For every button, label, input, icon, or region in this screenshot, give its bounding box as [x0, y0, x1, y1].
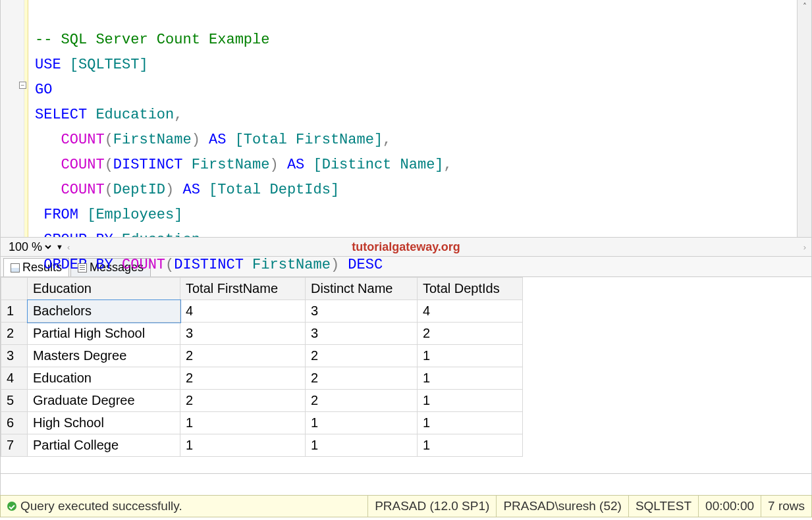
table-row[interactable]: 1 Bachelors 4 3 4: [1, 300, 523, 323]
status-message-cell: Query executed successfully.: [1, 496, 368, 517]
cell[interactable]: 4: [180, 300, 306, 323]
kw-go: GO: [35, 82, 52, 98]
cell-education[interactable]: Bachelors: [28, 300, 180, 323]
cell[interactable]: 2: [306, 390, 418, 412]
cell[interactable]: 3: [180, 323, 306, 345]
row-number: 4: [1, 367, 28, 390]
cell[interactable]: High School: [28, 412, 180, 434]
from-arg: [Employees]: [78, 207, 182, 223]
cell[interactable]: 4: [418, 300, 523, 323]
cell[interactable]: 1: [418, 367, 523, 390]
cell[interactable]: 2: [418, 323, 523, 345]
collapse-icon[interactable]: −: [19, 82, 26, 89]
comma: ,: [174, 107, 182, 123]
cell[interactable]: 1: [180, 412, 306, 434]
kw-by2: BY: [95, 257, 113, 273]
row-number: 2: [1, 323, 28, 345]
cell[interactable]: Education: [28, 367, 180, 390]
fn-count-ord: COUNT: [122, 257, 165, 273]
cell[interactable]: 1: [418, 412, 523, 434]
kw-as: AS: [287, 157, 304, 173]
table-row[interactable]: 4 Education 2 2 1: [1, 367, 523, 390]
status-message: Query executed successfully.: [20, 499, 182, 513]
cell[interactable]: Partial High School: [28, 323, 180, 345]
blank-strip: [0, 474, 812, 495]
fn-count2: COUNT: [61, 157, 105, 173]
vertical-scrollbar[interactable]: ˄: [797, 0, 811, 237]
table-row[interactable]: 3 Masters Degree 2 2 1: [1, 345, 523, 367]
scroll-right-icon[interactable]: ›: [803, 242, 806, 252]
status-bar: Query executed successfully. PRASAD (12.…: [0, 495, 812, 517]
results-grid[interactable]: Education Total FirstName Distinct Name …: [0, 276, 812, 474]
kw-use: USE: [35, 57, 61, 73]
alias3: [Total DeptIds]: [200, 182, 339, 198]
count3-args: DeptID: [113, 182, 165, 198]
status-db: SQLTEST: [629, 496, 699, 517]
status-time: 00:00:00: [699, 496, 761, 517]
change-marker: [24, 0, 28, 237]
paren: (: [105, 132, 113, 148]
row-number: 3: [1, 345, 28, 367]
cell[interactable]: 2: [306, 345, 418, 367]
row-number: 6: [1, 412, 28, 434]
kw-as: AS: [209, 132, 226, 148]
row-number: 7: [1, 434, 28, 457]
kw-from: FROM: [43, 207, 78, 223]
table-row[interactable]: 7 Partial College 1 1 1: [1, 434, 523, 457]
cell[interactable]: 1: [306, 434, 418, 457]
comma: ,: [444, 157, 452, 173]
row-number: 1: [1, 300, 28, 323]
cell[interactable]: 2: [180, 367, 306, 390]
kw-desc: DESC: [348, 257, 383, 273]
fn-count1: COUNT: [61, 132, 105, 148]
results-body: 1 Bachelors 4 3 4 2 Partial High School …: [1, 300, 523, 457]
editor-gutter: [1, 0, 24, 237]
success-icon: [7, 502, 16, 511]
cell[interactable]: 1: [180, 434, 306, 457]
select-cols: Education: [87, 107, 174, 123]
paren: (: [105, 182, 113, 198]
grid-icon: [11, 263, 20, 273]
comma: ,: [383, 132, 391, 148]
sql-editor[interactable]: − -- SQL Server Count Example USE [SQLTE…: [0, 0, 812, 237]
cell[interactable]: 1: [418, 345, 523, 367]
use-arg: [SQLTEST]: [61, 57, 148, 73]
paren: ): [165, 182, 174, 198]
scroll-up-icon[interactable]: ˄: [798, 0, 811, 13]
row-number: 5: [1, 390, 28, 412]
paren: (: [105, 157, 113, 173]
kw-select: SELECT: [35, 107, 87, 123]
paren: ): [269, 157, 278, 173]
kw-distinct: DISTINCT: [113, 157, 183, 173]
cell[interactable]: 3: [306, 300, 418, 323]
cell[interactable]: 2: [306, 367, 418, 390]
kw-distinct2: DISTINCT: [174, 257, 244, 273]
alias2: [Distinct Name]: [304, 157, 443, 173]
editor-footer: 100 % ▼ ‹ tutorialgateway.org ›: [0, 237, 812, 257]
cell[interactable]: 1: [306, 412, 418, 434]
cell[interactable]: 2: [180, 345, 306, 367]
paren: ): [331, 257, 339, 273]
cell[interactable]: Partial College: [28, 434, 180, 457]
cell[interactable]: 1: [418, 390, 523, 412]
zoom-select[interactable]: 100 %: [6, 240, 53, 254]
results-table: Education Total FirstName Distinct Name …: [1, 277, 523, 457]
table-row[interactable]: 2 Partial High School 3 3 2: [1, 323, 523, 345]
cell[interactable]: Masters Degree: [28, 345, 180, 367]
status-server: PRASAD (12.0 SP1): [368, 496, 497, 517]
status-rows: 7 rows: [761, 496, 811, 517]
cell[interactable]: Graduate Degree: [28, 390, 180, 412]
count1-args: FirstName: [113, 132, 192, 148]
cell[interactable]: 3: [306, 323, 418, 345]
order-args: FirstName: [244, 257, 331, 273]
table-row[interactable]: 6 High School 1 1 1: [1, 412, 523, 434]
messages-icon: [78, 263, 87, 273]
table-row[interactable]: 5 Graduate Degree 2 2 1: [1, 390, 523, 412]
fn-count3: COUNT: [61, 182, 105, 198]
alias1: [Total FirstName]: [226, 132, 383, 148]
cell[interactable]: 1: [418, 434, 523, 457]
code-text[interactable]: -- SQL Server Count Example USE [SQLTEST…: [35, 3, 794, 303]
cell[interactable]: 2: [180, 390, 306, 412]
scroll-left-icon[interactable]: ‹: [67, 242, 70, 252]
corner-cell: [1, 278, 28, 300]
